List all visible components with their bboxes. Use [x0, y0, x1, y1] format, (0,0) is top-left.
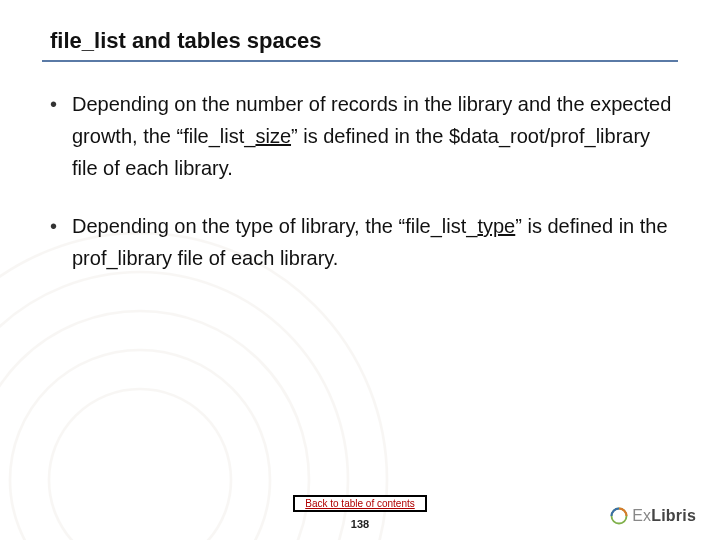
slide: file_list and tables spaces Depending on…: [0, 0, 720, 540]
bullet-term-underline: size: [255, 125, 291, 147]
bullet-text-pre: Depending on the type of library, the “: [72, 215, 405, 237]
bullet-term-plain: file_list_: [183, 125, 255, 147]
brand-logo-text-light: Ex: [632, 507, 651, 524]
bullet-term-plain: file_list_: [405, 215, 477, 237]
exlibris-logo-icon: [609, 506, 629, 526]
slide-title: file_list and tables spaces: [42, 28, 678, 62]
bullet-item: Depending on the number of records in th…: [48, 88, 678, 184]
brand-logo-text-bold: Libris: [651, 507, 696, 524]
back-to-toc-link[interactable]: Back to table of contents: [293, 495, 427, 512]
brand-logo: ExLibris: [609, 506, 696, 526]
slide-content: Depending on the number of records in th…: [42, 88, 678, 274]
brand-logo-text: ExLibris: [632, 507, 696, 525]
bullet-list: Depending on the number of records in th…: [48, 88, 678, 274]
bullet-item: Depending on the type of library, the “f…: [48, 210, 678, 274]
bullet-term-underline: type: [477, 215, 515, 237]
